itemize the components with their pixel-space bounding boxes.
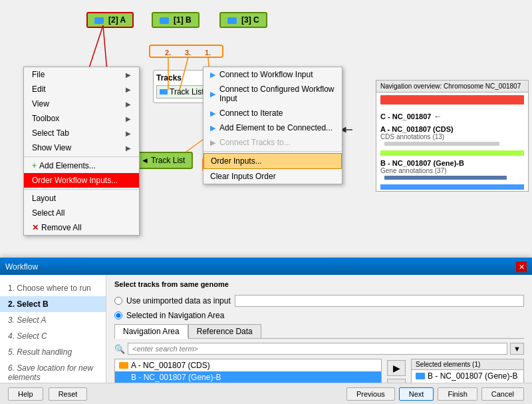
nav-panel-title: Navigation overview: Chromosome NC_00180…: [376, 81, 528, 93]
selected-icon-b: [416, 373, 425, 379]
track-item-a-label: A - NC_001807 (CDS): [131, 361, 210, 370]
menu-select-all[interactable]: Select All: [24, 206, 139, 220]
radio-unimported[interactable]: Use unimported data as input: [114, 295, 524, 307]
nav-track-bar-accent: [380, 150, 524, 156]
submenu: ▶ Connect to Workflow Input ▶ Connect to…: [203, 67, 342, 184]
nav-chrom-bar: [380, 95, 524, 104]
nav-entry-c[interactable]: C - NC_001807 ←: [376, 110, 528, 123]
submenu-connect-tracks: ▶ Connect Tracks to...: [203, 135, 342, 150]
track-list-label: Track List: [170, 87, 204, 97]
menu-order-inputs[interactable]: Order Workflow Inputs...: [24, 173, 139, 188]
submenu-sep: [203, 151, 342, 152]
step-4[interactable]: 4. Select C: [0, 328, 106, 344]
dialog-footer: Help Reset Previous Next Finish Cancel: [0, 383, 532, 404]
menu-select-tab-label: Select Tab: [32, 128, 69, 138]
num-label-3: 3.: [185, 49, 191, 57]
reset-button[interactable]: Reset: [49, 387, 88, 401]
menu-order-inputs-label: Order Workflow Inputs...: [32, 176, 118, 185]
previous-button[interactable]: Previous: [346, 387, 395, 401]
menu-toolbox-label: Toolbox: [32, 114, 59, 123]
track-icon: [160, 89, 168, 95]
submenu-order-inputs-label: Order Inputs...: [211, 156, 262, 166]
submenu-connect-iterate-label: Connect to Iterate: [219, 108, 283, 118]
content-panel: Select tracks from same genome Use unimp…: [106, 275, 532, 398]
node-icon-b: [160, 17, 169, 24]
menu-select-all-label: Select All: [32, 208, 65, 218]
step-6[interactable]: 6. Save location for new elements: [0, 360, 106, 385]
step-2[interactable]: 2. Select B: [0, 296, 106, 312]
tab-reference-label: Reference Data: [197, 327, 253, 336]
finish-button[interactable]: Finish: [438, 387, 477, 401]
tab-navigation-area[interactable]: Navigation Area: [114, 324, 188, 339]
nav-entry-a[interactable]: A - NC_001807 (CDS) CDS annotations (13): [376, 123, 528, 149]
step-1[interactable]: 1. Choose where to run: [0, 280, 106, 296]
workflow-dialog: Workflow ✕ 1. Choose where to run 2. Sel…: [0, 258, 532, 404]
submenu-order-inputs[interactable]: Order Inputs...: [203, 153, 342, 169]
menu-file-label: File: [32, 70, 45, 79]
radio-navigation-input[interactable]: [114, 311, 122, 319]
menu-toolbox[interactable]: Toolbox ▶: [24, 111, 139, 126]
submenu-arrow-icon-5: ▶: [210, 138, 215, 147]
track-item-a[interactable]: A - NC_001807 (CDS): [115, 359, 381, 371]
step-6-label: 6. Save location for new elements: [8, 363, 93, 382]
step-5[interactable]: 5. Result handling: [0, 344, 106, 360]
track-icon-a: [119, 362, 128, 369]
track-item-b[interactable]: B - NC_001807 (Gene)-B: [115, 371, 381, 383]
menu-view[interactable]: View ▶: [24, 97, 139, 111]
submenu-clear-order[interactable]: Clear Inputs Order: [203, 169, 342, 184]
node-b-label: [1] B: [174, 15, 192, 25]
submenu-connect-iterate[interactable]: ▶ Connect to Iterate: [203, 106, 342, 120]
tab-reference-data[interactable]: Reference Data: [188, 324, 261, 338]
menu-edit[interactable]: Edit ▶: [24, 82, 139, 97]
step-3-label: 3. Select A: [8, 315, 47, 325]
search-input[interactable]: [128, 343, 507, 355]
menu-sep-1: [24, 156, 139, 157]
menu-select-tab[interactable]: Select Tab ▶: [24, 126, 139, 140]
dialog-close-button[interactable]: ✕: [516, 262, 527, 272]
menu-view-arrow: ▶: [126, 101, 131, 108]
context-menu: File ▶ Edit ▶ View ▶ Toolbox ▶ Select Ta…: [23, 67, 140, 236]
submenu-connect-workflow[interactable]: ▶ Connect to Workflow Input: [203, 67, 342, 82]
nav-entry-b-main: B - NC_001807 (Gene)-B: [380, 159, 524, 167]
menu-layout-label: Layout: [32, 194, 56, 203]
menu-remove-all[interactable]: ✕ Remove All: [24, 220, 139, 235]
node-icon-c: [227, 17, 237, 24]
selected-item-b[interactable]: B - NC_001807 (Gene)-B: [412, 370, 523, 382]
unimported-input-field[interactable]: [235, 295, 524, 307]
nav-track-bar-b2: [380, 184, 524, 190]
selected-elements-header: Selected elements (1): [412, 359, 523, 370]
dialog-titlebar: Workflow ✕: [0, 259, 532, 275]
workflow-node-b[interactable]: [1] B: [152, 12, 200, 28]
step-2-label: 2. Select B: [8, 300, 49, 309]
step-3[interactable]: 3. Select A: [0, 312, 106, 328]
menu-add-elements[interactable]: + Add Elements...: [24, 158, 139, 173]
nav-entry-c-main: C - NC_001807: [380, 112, 431, 120]
move-right-button[interactable]: ▶: [387, 360, 406, 376]
menu-show-view-arrow: ▶: [126, 144, 131, 152]
menu-show-view[interactable]: Show View ▶: [24, 140, 139, 155]
submenu-add-element[interactable]: ▶ Add Element to be Connected...: [203, 120, 342, 135]
menu-file[interactable]: File ▶: [24, 67, 139, 82]
submenu-connect-configured[interactable]: ▶ Connect to Configured Workflow Input: [203, 82, 342, 106]
workflow-node-c[interactable]: [3] C: [219, 12, 267, 28]
track-icon-b: [119, 374, 128, 381]
submenu-arrow-icon-4: ▶: [210, 124, 215, 132]
radio-navigation[interactable]: Selected in Navigation Area: [114, 311, 524, 320]
filter-button[interactable]: ▼: [510, 343, 524, 355]
dialog-title: Workflow: [5, 262, 38, 272]
menu-layout[interactable]: Layout: [24, 191, 139, 206]
dialog-body: 1. Choose where to run 2. Select B 3. Se…: [0, 275, 532, 398]
cancel-button[interactable]: Cancel: [481, 387, 524, 401]
node-c-label: [3] C: [241, 15, 259, 25]
menu-file-arrow: ▶: [126, 71, 131, 79]
help-button[interactable]: Help: [8, 387, 43, 401]
nav-entry-b[interactable]: B - NC_001807 (Gene)-B Gene annotations …: [376, 157, 528, 183]
menu-sep-2: [24, 189, 139, 190]
menu-select-tab-arrow: ▶: [126, 130, 131, 137]
next-button[interactable]: Next: [399, 387, 434, 401]
nav-entry-b-sub: Gene annotations (37): [380, 167, 524, 174]
num-label-2: 2.: [165, 49, 171, 57]
workflow-node-a[interactable]: [2] A: [86, 12, 134, 28]
step-1-label: 1. Choose where to run: [8, 284, 91, 293]
radio-unimported-input[interactable]: [114, 297, 122, 305]
